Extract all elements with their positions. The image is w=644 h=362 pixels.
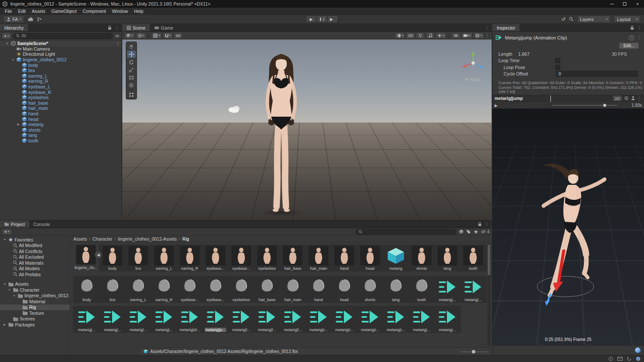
asset-body[interactable]: body [100,245,125,271]
lock-icon[interactable] [630,25,634,30]
asset-hair-base[interactable]: hair_base [254,277,280,302]
kebab-icon[interactable]: ⋮ [637,25,641,30]
project-folder-character[interactable]: ▼Character [0,287,70,293]
expander-icon[interactable]: ▶ [3,323,7,326]
version-control-icon[interactable] [37,17,42,21]
lock-icon[interactable] [108,25,112,30]
asset-metarig-l[interactable]: metarig|l... [280,307,306,332]
kebab-icon[interactable]: ⋮ [485,222,489,226]
asset-earring-r[interactable]: earring_R [177,245,203,271]
asset-bundle-icon[interactable] [635,347,641,353]
asset-metarig-r[interactable]: metarig|r... [331,307,357,332]
hierarchy-item-eyelashes[interactable]: eyelashes [0,95,122,100]
scene-viewport[interactable]: Persp [122,39,492,220]
gizmos-dropdown[interactable]: ▾ [474,33,484,39]
asset-head[interactable]: head [357,245,383,271]
cycle-offset-field[interactable]: 0 [556,71,638,77]
crumb-rig[interactable]: Rig [182,236,189,241]
pivot-icon[interactable] [624,96,629,100]
asset-earring-l[interactable]: earring_L [151,245,177,271]
asset-hair-main[interactable]: hair_main [306,245,331,271]
snap-dropdown[interactable]: ▾ [163,33,173,39]
hierarchy-item-eyebase-r[interactable]: eyebase_R [0,89,122,95]
2d-toggle-button[interactable]: 2D [406,33,415,39]
asset-tang[interactable]: tang [383,277,409,302]
project-folder-favorites[interactable]: ▼Favorites [0,237,70,243]
hierarchy-item-earring-l[interactable]: earring_L [0,73,122,79]
asset-grid[interactable]: lingerie_clo...◀bodybraearring_Learring_… [70,242,492,347]
kebab-icon[interactable]: ⋮ [485,25,489,30]
asset-metarig[interactable]: metarig [383,245,409,271]
collapse-subassets-button[interactable]: ◀ [94,251,102,259]
asset-metarig[interactable]: metarig|... [409,307,434,332]
asset-metarig[interactable]: metarig|... [434,307,460,332]
thumbnail-zoom-slider[interactable] [461,350,488,354]
asset-tooth[interactable]: tooth [409,277,434,302]
scale-tool-icon[interactable] [127,66,136,73]
tab-game[interactable]: Game [150,24,178,31]
project-folder-all-excluded[interactable]: All Excluded [0,254,70,260]
hierarchy-item-hand[interactable]: hand [0,111,122,117]
kebab-icon[interactable]: ⋮ [638,96,642,101]
zoom-slider-knob[interactable] [472,350,475,353]
menu-assets[interactable]: Assets [29,8,49,14]
play-button[interactable]: ▶ [306,15,317,23]
persp-label[interactable]: Persp [465,77,480,82]
hierarchy-item-shorts[interactable]: shorts [0,127,122,133]
project-folder-assets[interactable]: ▼Assets [0,281,70,287]
asset-eyebase[interactable]: eyebase... [203,245,228,271]
asset-shorts[interactable]: shorts [409,245,434,271]
asset-metarig-r[interactable]: metarig|r... [357,307,383,332]
expander-icon[interactable]: ▼ [3,283,7,286]
effects-dropdown[interactable]: ▾ [436,33,446,39]
project-folder-all-materials[interactable]: All Materials [0,260,70,266]
account-dropdown[interactable]: FA▾ [3,15,24,23]
hierarchy-item-lingerie-clothes-0012[interactable]: ▼lingerie_clothes_0012 [0,57,122,63]
kebab-icon[interactable]: ⋮ [115,25,119,30]
search-by-label-icon[interactable] [466,229,471,234]
asset-metarig[interactable]: metarig|... [434,277,460,302]
step-button[interactable]: ▶ [328,15,338,23]
camera-settings-dropdown[interactable]: ▾ [462,33,473,39]
search-icon[interactable] [569,17,574,21]
scene-visibility-icon[interactable] [115,34,120,38]
hierarchy-item-samplescene[interactable]: ▼SampleScene*⋮ [0,41,122,46]
playhead[interactable] [550,96,551,102]
project-search-input[interactable] [355,229,456,235]
preview-play-button[interactable]: ▶ [495,103,498,108]
speed-slider[interactable] [553,105,617,106]
menu-help[interactable]: Help [131,8,146,14]
asset-metarig-l[interactable]: metarig|l... [228,307,254,332]
tab-project[interactable]: Project [0,220,29,228]
move-tool-icon[interactable] [127,51,136,58]
animation-preview-viewport[interactable]: 0:25 (051.9%) Frame 25 [492,109,644,345]
asset-shorts[interactable]: shorts [357,277,383,302]
kebab-icon[interactable]: ⋮ [116,41,120,45]
close-button[interactable]: × [631,0,644,8]
minimize-button[interactable] [605,0,618,8]
preview-2d-button[interactable]: 2D [613,96,622,101]
project-folder-scenes[interactable]: Scenes [0,316,70,322]
view-tool-icon[interactable] [127,43,136,50]
asset-metarig[interactable]: metarig|... [125,307,151,332]
asset-hair-main[interactable]: hair_main [280,277,306,302]
project-folder-rig[interactable]: Rig [0,305,70,311]
asset-metarig[interactable]: metarig|... [151,307,177,332]
hierarchy-item-main-camera[interactable]: Main Camera [0,46,122,52]
layers-dropdown[interactable]: Layers▾ [577,15,611,23]
asset-metarig[interactable]: metarig|... [460,277,486,302]
asset-eyebase[interactable]: eyebase... [203,277,228,302]
hierarchy-item-tang[interactable]: tang [0,133,122,138]
avatar-icon[interactable] [631,96,635,100]
hierarchy-item-earring-r[interactable]: earring_R [0,78,122,84]
asset-body[interactable]: body [74,277,100,302]
tab-hierarchy[interactable]: Hierarchy [0,24,28,31]
grid-scrollbar[interactable] [487,244,491,346]
asset-earring-l[interactable]: earring_L [125,277,151,302]
project-folder-all-conflicts[interactable]: All Conflicts [0,248,70,254]
layout-dropdown[interactable]: Layout▾ [614,15,641,23]
hierarchy-item-metarig[interactable]: ▶metarig [0,122,122,127]
asset-metarig[interactable]: metarig|... [74,307,100,332]
project-folder-lingerie-clothes-0012-ass[interactable]: ▼lingerie_clothes_0012-Ass [0,293,70,299]
project-folder-all-modified[interactable]: All Modified [0,243,70,249]
